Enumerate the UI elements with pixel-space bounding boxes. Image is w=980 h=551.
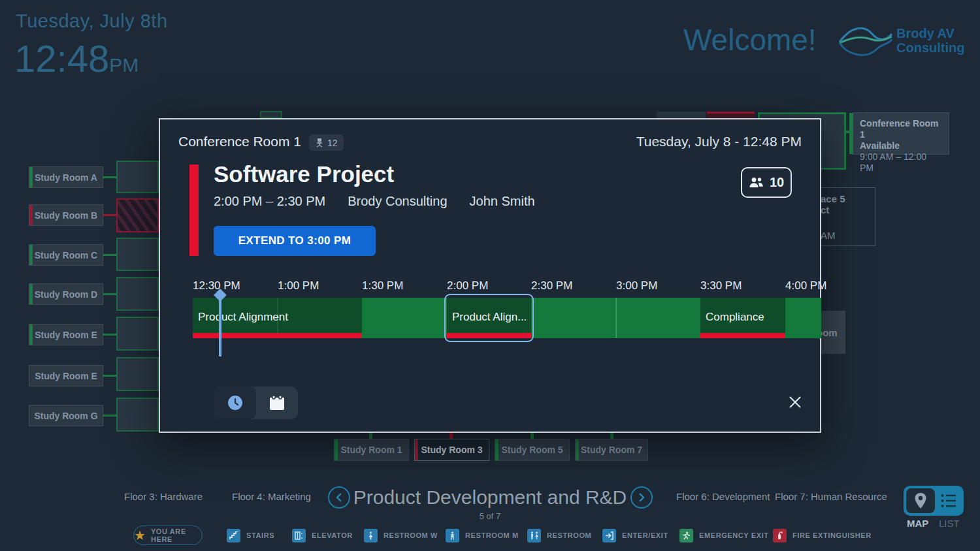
restroom-m-icon bbox=[446, 529, 459, 543]
timeline-event-compliance[interactable]: Compliance bbox=[700, 298, 785, 338]
map-connector bbox=[531, 432, 534, 439]
legend-label: RESTROOM M bbox=[465, 531, 519, 539]
current-date: Tuesday, July 8th bbox=[16, 10, 168, 32]
status-edge bbox=[29, 284, 33, 304]
status-edge bbox=[29, 245, 33, 265]
timeline-event-product-alignment[interactable]: Product Alignment bbox=[193, 298, 362, 338]
room-label-text: Study Room A bbox=[35, 172, 97, 183]
star-icon: ★ bbox=[134, 529, 146, 542]
room-label-text: Study Room B bbox=[35, 210, 97, 221]
list-view-button[interactable] bbox=[936, 488, 961, 513]
floor-link-7[interactable]: Floor 7: Human Resource bbox=[775, 491, 887, 502]
sidebar-item-study-room-e[interactable]: Study Room E bbox=[29, 324, 103, 345]
map-room-fragment bbox=[707, 112, 755, 118]
room-label-text: Study Room E bbox=[35, 371, 97, 381]
room-label-text: Study Room C bbox=[35, 250, 97, 260]
brand-name: Brody AV Consulting bbox=[896, 26, 964, 55]
legend-emergency-exit: EMERGENCY EXIT bbox=[679, 526, 769, 544]
legend-elevator: ELEVATOR bbox=[292, 526, 353, 544]
sidebar-item-study-room-g[interactable]: Study Room G bbox=[29, 405, 103, 426]
map-room-rect[interactable] bbox=[116, 277, 159, 311]
map-room-rect-busy[interactable] bbox=[116, 198, 159, 232]
timeline-event-selected[interactable]: Product Align... bbox=[447, 298, 531, 338]
floor-link-6[interactable]: Floor 6: Development bbox=[676, 491, 770, 502]
map-room-rect[interactable] bbox=[116, 357, 159, 391]
status-edge bbox=[415, 439, 418, 460]
legend-label: ELEVATOR bbox=[312, 531, 353, 539]
brand-line1: Brody AV bbox=[896, 26, 964, 40]
timeline-tick: 1:30 PM bbox=[362, 279, 403, 292]
people-icon bbox=[749, 177, 764, 189]
map-view-label[interactable]: MAP bbox=[907, 518, 928, 529]
timeline-event-label: Compliance bbox=[706, 311, 764, 324]
sidebar-item-study-room-c[interactable]: Study Room C bbox=[29, 244, 103, 266]
legend-restroom-w: RESTROOM W bbox=[364, 526, 438, 544]
sidebar-item-study-room-d[interactable]: Study Room D bbox=[29, 283, 103, 305]
map-room-rect[interactable] bbox=[116, 398, 159, 432]
restroom-icon bbox=[527, 529, 541, 543]
current-time: 12:48PM bbox=[14, 37, 139, 80]
room-tooltip-conference-1: Conference Room 1 Available 9:00 AM – 12… bbox=[853, 112, 949, 155]
map-connector bbox=[103, 214, 116, 216]
timeline-free-slot[interactable] bbox=[785, 298, 821, 338]
brand-line2: Consulting bbox=[896, 40, 964, 55]
sidebar-item-study-room-e2[interactable]: Study Room E bbox=[29, 365, 103, 386]
floor-page-indicator: 5 of 7 bbox=[294, 511, 686, 521]
calendar-view-button[interactable] bbox=[256, 386, 298, 419]
elevator-icon bbox=[292, 529, 306, 543]
extend-meeting-button[interactable]: EXTEND TO 3:00 PM bbox=[214, 226, 376, 256]
partial-room-card: ace 5 ct AM bbox=[818, 187, 875, 246]
booked-underline bbox=[447, 333, 531, 338]
timeline-free-slot[interactable] bbox=[362, 298, 447, 338]
status-edge bbox=[29, 167, 33, 187]
tooltip-hours: 9:00 AM – 12:00 PM bbox=[860, 151, 942, 174]
room-button-study-room-5[interactable]: Study Room 5 bbox=[495, 439, 570, 461]
room-label-text: Study Room D bbox=[35, 289, 97, 300]
map-view-button[interactable] bbox=[906, 488, 935, 513]
chevron-right-icon bbox=[638, 492, 645, 503]
legend-restroom-m: RESTROOM M bbox=[446, 526, 519, 544]
timeline-bar: Product Alignment Product Align... Compl… bbox=[193, 298, 821, 338]
map-room-fragment bbox=[657, 112, 706, 118]
meeting-title: Software Project bbox=[214, 161, 394, 187]
time-meridiem: PM bbox=[109, 54, 139, 76]
timeline-mode-toggle bbox=[214, 386, 298, 419]
current-floor-title: Product Development and R&D bbox=[294, 486, 686, 509]
timeline-divider bbox=[615, 298, 617, 338]
room-button-study-room-1[interactable]: Study Room 1 bbox=[334, 439, 409, 461]
room-label-text: Study Room 1 bbox=[340, 445, 402, 455]
map-room-rect[interactable] bbox=[116, 161, 159, 193]
room-label-text: Study Room E bbox=[35, 330, 97, 340]
room-detail-modal: Conference Room 1 12 Tuesday, July 8 - 1… bbox=[159, 118, 821, 433]
sidebar-item-study-room-a[interactable]: Study Room A bbox=[29, 166, 103, 188]
map-room-rect[interactable] bbox=[116, 317, 159, 351]
modal-room-name: Conference Room 1 bbox=[178, 134, 301, 150]
welcome-text: Welcome! bbox=[683, 22, 817, 57]
map-room-fragment bbox=[260, 111, 282, 118]
chair-icon bbox=[315, 138, 324, 148]
map-connector bbox=[103, 375, 116, 377]
attendee-count: 10 bbox=[770, 175, 784, 190]
room-label-text: Study Room 7 bbox=[581, 445, 642, 455]
legend-label: STAIRS bbox=[246, 531, 274, 539]
legend-restroom: RESTROOM bbox=[527, 526, 591, 544]
room-button-study-room-3[interactable]: Study Room 3 bbox=[414, 439, 489, 461]
enter-exit-icon bbox=[602, 529, 616, 543]
list-view-label[interactable]: LIST bbox=[939, 518, 960, 529]
legend-fire-extinguisher: FIRE EXTINGUISHER bbox=[773, 526, 872, 544]
close-modal-button[interactable] bbox=[784, 391, 806, 413]
next-floor-button[interactable] bbox=[630, 486, 653, 509]
floor-link-3[interactable]: Floor 3: Hardware bbox=[124, 491, 203, 502]
legend-label: RESTROOM bbox=[547, 531, 591, 539]
sidebar-item-study-room-b[interactable]: Study Room B bbox=[29, 204, 103, 226]
timeline-tick: 1:00 PM bbox=[278, 279, 319, 292]
legend-label: YOU ARE HERE bbox=[151, 527, 202, 543]
status-edge bbox=[495, 439, 498, 460]
room-button-study-room-7[interactable]: Study Room 7 bbox=[575, 439, 648, 461]
timeline-free-slot[interactable] bbox=[531, 298, 700, 338]
map-room-rect[interactable] bbox=[116, 238, 159, 271]
timeline-event-label: Product Align... bbox=[452, 311, 527, 324]
day-view-button[interactable] bbox=[214, 386, 256, 419]
status-edge bbox=[29, 324, 33, 345]
legend-label: ENTER/EXIT bbox=[622, 531, 668, 539]
